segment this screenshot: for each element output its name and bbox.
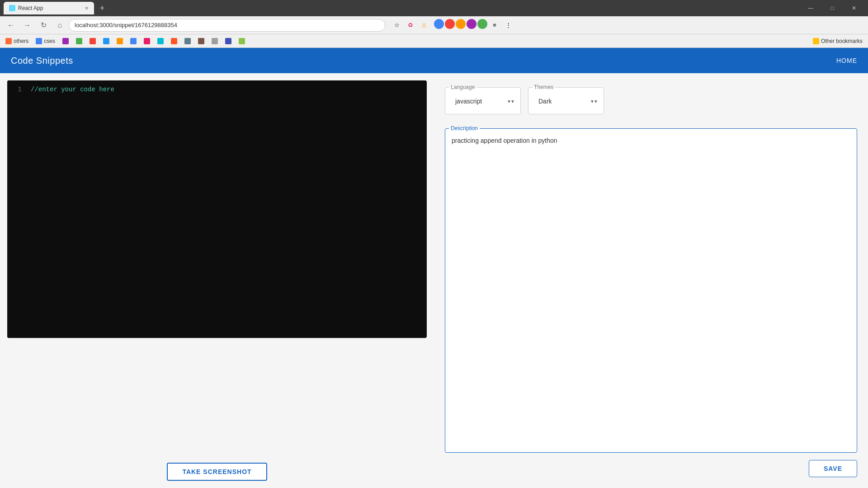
themes-select[interactable]: Dark Light Monokai Solarized [532, 92, 600, 110]
bookmarks-bar: others cses Other bookmarks [0, 34, 868, 48]
reload-button[interactable]: ↻ [36, 18, 51, 33]
line-numbers: 1 [7, 80, 25, 338]
alert-icon[interactable]: ⚠ [418, 19, 430, 32]
bookmark-icon-13[interactable] [223, 37, 233, 45]
screenshot-button[interactable]: TAKE SCREENSHOT [167, 463, 267, 481]
themes-select-container: Dark Light Monokai Solarized ▼ [532, 92, 600, 110]
ext-icon-1[interactable] [434, 19, 444, 29]
bm-icon-5 [117, 38, 123, 44]
code-editor[interactable]: 1 //enter your code here [7, 80, 427, 338]
bookmark-cses[interactable]: cses [34, 37, 57, 45]
other-bookmarks-button[interactable]: Other bookmarks [811, 37, 864, 45]
toolbar-icons: ☆ ♻ ⚠ [391, 19, 430, 32]
extensions-button[interactable]: ≡ [488, 19, 501, 32]
bookmark-icon-7[interactable] [142, 37, 152, 45]
bookmark-icon[interactable]: ☆ [391, 19, 403, 32]
bookmark-icon-9[interactable] [169, 37, 179, 45]
url-text: localhost:3000/snippet/1676129888354 [75, 22, 177, 28]
bookmark-icon-1[interactable] [61, 37, 71, 45]
app-title: Code Snippets [11, 56, 73, 66]
bookmark-icon-5[interactable] [115, 37, 125, 45]
active-tab[interactable]: React App ✕ [4, 2, 94, 14]
save-row: SAVE [445, 460, 857, 477]
bm-icon-13 [225, 38, 231, 44]
themes-group: Themes Dark Light Monokai Solarized ▼ [528, 84, 604, 114]
new-tab-button[interactable]: + [96, 2, 108, 14]
bm-icon-14 [239, 38, 245, 44]
bm-icon-12 [212, 38, 218, 44]
bm-icon-2 [76, 38, 82, 44]
app-header: Code Snippets HOME [0, 48, 868, 73]
tab-close-button[interactable]: ✕ [85, 5, 89, 11]
bm-icon-3 [90, 38, 96, 44]
bookmark-icon-12[interactable] [210, 37, 220, 45]
bm-icon-4 [103, 38, 109, 44]
save-button[interactable]: SAVE [809, 460, 857, 477]
ext-icon-4[interactable] [467, 19, 476, 29]
controls-row: Language javascript python java c++ type… [445, 84, 857, 114]
back-button[interactable]: ← [4, 18, 18, 33]
navigation-bar: ← → ↻ ⌂ localhost:3000/snippet/167612988… [0, 16, 868, 34]
tab-bar: React App ✕ + — □ ✕ [0, 0, 868, 16]
bookmark-icon-3[interactable] [88, 37, 98, 45]
editor-wrapper: 1 //enter your code here [0, 73, 434, 338]
bookmark-others-label: others [14, 38, 28, 44]
other-bookmarks-label: Other bookmarks [821, 38, 863, 44]
code-input[interactable]: //enter your code here [25, 80, 427, 338]
bookmark-icon-6[interactable] [128, 37, 138, 45]
description-label: Description [449, 125, 480, 131]
language-select[interactable]: javascript python java c++ typescript ht… [449, 92, 517, 110]
home-link[interactable]: HOME [836, 57, 857, 64]
tab-favicon [9, 5, 15, 11]
editor-section: 1 //enter your code here TAKE SCREENSHOT [0, 73, 434, 488]
language-select-container: javascript python java c++ typescript ht… [449, 92, 517, 110]
address-bar[interactable]: localhost:3000/snippet/1676129888354 [69, 19, 385, 32]
ext-icon-2[interactable] [445, 19, 455, 29]
bookmark-others-icon [5, 38, 12, 44]
description-input[interactable]: practicing append operation in python [445, 131, 857, 168]
bookmark-icon-4[interactable] [101, 37, 111, 45]
window-controls: — □ ✕ [800, 0, 864, 16]
bm-icon-1 [62, 38, 69, 44]
bm-icon-6 [130, 38, 137, 44]
screenshot-bar: TAKE SCREENSHOT [0, 454, 434, 488]
other-bookmarks-icon [813, 38, 819, 44]
themes-label: Themes [532, 84, 555, 90]
description-fieldset: Description practicing append operation … [445, 125, 857, 453]
settings-icon[interactable]: ⋮ [502, 19, 514, 32]
language-label: Language [449, 84, 476, 90]
bookmark-icon-8[interactable] [156, 37, 165, 45]
main-content: 1 //enter your code here TAKE SCREENSHOT… [0, 73, 868, 488]
bm-icon-10 [184, 38, 191, 44]
minimize-button[interactable]: — [800, 0, 821, 16]
browser-chrome: React App ✕ + — □ ✕ ← → ↻ ⌂ localhost:30… [0, 0, 868, 48]
ext-icon-3[interactable] [456, 19, 466, 29]
bookmark-cses-icon [36, 38, 42, 44]
bookmark-icon-10[interactable] [183, 37, 193, 45]
bookmark-others[interactable]: others [4, 37, 30, 45]
maximize-button[interactable]: □ [822, 0, 843, 16]
right-panel: Language javascript python java c++ type… [434, 73, 868, 488]
forward-button[interactable]: → [20, 18, 34, 33]
bookmark-cses-label: cses [44, 38, 55, 44]
extension-icons: ≡ ⋮ [434, 19, 514, 32]
bookmark-icon-14[interactable] [237, 37, 247, 45]
ext-icon-5[interactable] [477, 19, 487, 29]
bookmark-icon-11[interactable] [196, 37, 206, 45]
shield-icon[interactable]: ♻ [404, 19, 417, 32]
bm-icon-11 [198, 38, 204, 44]
bookmark-icon-2[interactable] [74, 37, 84, 45]
description-wrapper: Description practicing append operation … [445, 125, 857, 477]
tab-title: React App [18, 5, 43, 11]
home-button[interactable]: ⌂ [52, 18, 67, 33]
language-group: Language javascript python java c++ type… [445, 84, 521, 114]
bm-icon-8 [157, 38, 164, 44]
close-button[interactable]: ✕ [844, 0, 864, 16]
bm-icon-7 [144, 38, 150, 44]
line-number-1: 1 [11, 86, 22, 93]
bm-icon-9 [171, 38, 177, 44]
